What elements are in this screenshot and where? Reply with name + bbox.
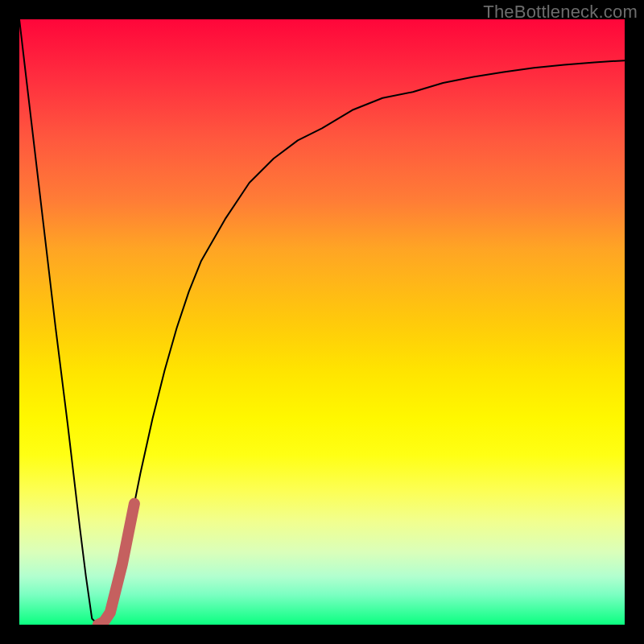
- accent-segment: [98, 504, 134, 625]
- plot-area: [19, 19, 625, 625]
- chart-overlay: [19, 19, 625, 625]
- chart-frame: TheBottleneck.com: [0, 0, 644, 644]
- watermark-text: TheBottleneck.com: [483, 2, 638, 23]
- bottleneck-curve: [19, 19, 625, 625]
